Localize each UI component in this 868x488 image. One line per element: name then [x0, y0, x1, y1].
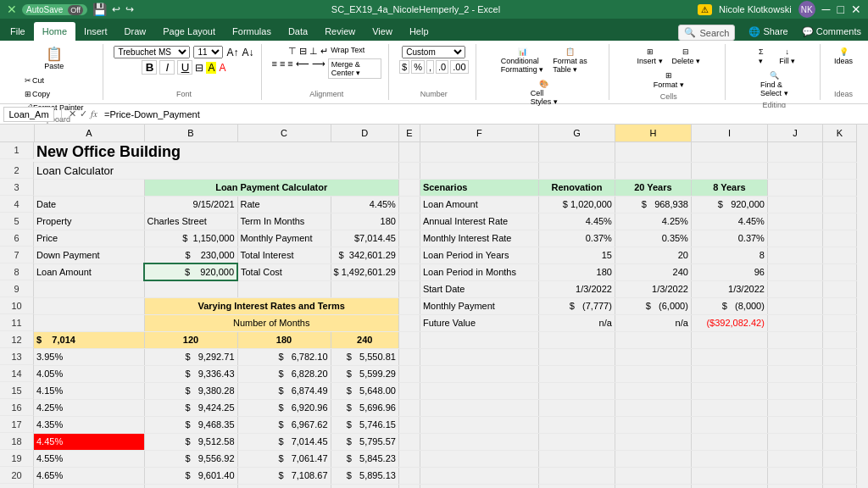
- cell-k12[interactable]: [822, 331, 856, 348]
- cell-g8[interactable]: 180: [538, 263, 615, 280]
- cell-j18[interactable]: [767, 433, 822, 450]
- cell-f6[interactable]: Monthly Interest Rate: [420, 230, 538, 247]
- cell-f17[interactable]: [420, 416, 538, 433]
- cell-h6[interactable]: 0.35%: [615, 230, 691, 247]
- cell-a16[interactable]: 4.25%: [34, 399, 144, 416]
- align-center-icon[interactable]: ≡: [280, 58, 285, 79]
- cell-e6[interactable]: [398, 230, 420, 247]
- cell-g6[interactable]: 0.37%: [538, 230, 615, 247]
- cell-a15[interactable]: 4.15%: [34, 382, 144, 399]
- cell-b14[interactable]: $ 9,336.43: [144, 365, 237, 382]
- cell-i1[interactable]: [691, 141, 767, 162]
- cell-k8[interactable]: [822, 263, 856, 280]
- cell-c15[interactable]: $ 6,874.49: [237, 382, 331, 399]
- insert-function-btn[interactable]: 𝑓𝑥: [91, 108, 97, 119]
- cell-e15[interactable]: [398, 382, 420, 399]
- cell-f12[interactable]: [420, 331, 538, 348]
- cell-g13[interactable]: [538, 348, 615, 365]
- cell-b16[interactable]: $ 9,424.25: [144, 399, 237, 416]
- share-btn[interactable]: 🌐 Share: [742, 23, 794, 41]
- cell-c8[interactable]: Total Cost: [237, 263, 331, 280]
- cell-c20[interactable]: $ 7,108.67: [237, 467, 331, 484]
- cell-j21[interactable]: [767, 484, 822, 488]
- cell-c6[interactable]: Monthly Payment: [237, 230, 331, 247]
- row-num-9[interactable]: 9: [0, 280, 34, 297]
- cell-j10[interactable]: [767, 297, 822, 314]
- cell-d21[interactable]: $ 5,945.26: [331, 484, 398, 488]
- cell-c4[interactable]: Rate: [237, 196, 331, 213]
- cell-h7[interactable]: 20: [615, 247, 691, 263]
- cell-k10[interactable]: [822, 297, 856, 314]
- italic-btn[interactable]: I: [159, 60, 175, 75]
- cell-b4[interactable]: 9/15/2021: [144, 196, 237, 213]
- cell-d4[interactable]: 4.45%: [331, 196, 398, 213]
- cell-j16[interactable]: [767, 399, 822, 416]
- row-num-20[interactable]: 20: [0, 467, 34, 484]
- number-format-select[interactable]: Custom: [402, 46, 465, 58]
- cell-a20[interactable]: 4.65%: [34, 467, 144, 484]
- tab-home[interactable]: Home: [34, 22, 75, 41]
- cell-e20[interactable]: [398, 467, 420, 484]
- cell-j5[interactable]: [767, 213, 822, 230]
- row-num-2[interactable]: 2: [0, 162, 34, 179]
- cell-j2[interactable]: [767, 162, 822, 179]
- cell-a5[interactable]: Property: [34, 213, 144, 230]
- cell-f19[interactable]: [420, 450, 538, 467]
- cell-g16[interactable]: [538, 399, 615, 416]
- cell-h11[interactable]: n/a: [615, 314, 691, 331]
- cell-j19[interactable]: [767, 450, 822, 467]
- cell-k13[interactable]: [822, 348, 856, 365]
- cell-i17[interactable]: [691, 416, 767, 433]
- cell-a6[interactable]: Price: [34, 230, 144, 247]
- cell-c12[interactable]: 180: [237, 331, 331, 348]
- cell-d8[interactable]: $ 1,492,601.29: [331, 263, 398, 280]
- row-num-21[interactable]: 21: [0, 484, 34, 488]
- cell-a8[interactable]: Loan Amount: [34, 263, 144, 280]
- cell-h4[interactable]: $ 968,938: [615, 196, 691, 213]
- cell-f16[interactable]: [420, 399, 538, 416]
- cell-b18[interactable]: $ 9,512.58: [144, 433, 237, 450]
- align-left-icon[interactable]: ≡: [272, 58, 277, 79]
- cell-h2[interactable]: [615, 162, 691, 179]
- cell-e10[interactable]: [398, 297, 420, 314]
- cell-f5[interactable]: Annual Interest Rate: [420, 213, 538, 230]
- cell-g14[interactable]: [538, 365, 615, 382]
- cell-h20[interactable]: [615, 467, 691, 484]
- row-num-19[interactable]: 19: [0, 450, 34, 467]
- row-num-13[interactable]: 13: [0, 348, 34, 365]
- col-header-h[interactable]: H: [615, 125, 691, 141]
- align-bottom-icon[interactable]: ⊥: [309, 46, 318, 57]
- merge-center-btn[interactable]: Merge & Center ▾: [328, 58, 381, 79]
- col-header-g[interactable]: G: [538, 125, 615, 141]
- cell-a4[interactable]: Date: [34, 196, 144, 213]
- font-size-select[interactable]: 11: [193, 46, 223, 58]
- comments-btn[interactable]: 💬 Comments: [795, 23, 868, 41]
- cell-j12[interactable]: [767, 331, 822, 348]
- paste-btn[interactable]: 📋 Paste: [41, 46, 67, 72]
- cell-e3[interactable]: [398, 179, 420, 196]
- row-num-3[interactable]: 3: [0, 179, 34, 196]
- cell-e14[interactable]: [398, 365, 420, 382]
- cell-h10[interactable]: $ (6,000): [615, 297, 691, 314]
- cell-a19[interactable]: 4.55%: [34, 450, 144, 467]
- cell-c14[interactable]: $ 6,828.20: [237, 365, 331, 382]
- cell-h19[interactable]: [615, 450, 691, 467]
- cell-k21[interactable]: [822, 484, 856, 488]
- cell-c17[interactable]: $ 6,967.62: [237, 416, 331, 433]
- cell-f13[interactable]: [420, 348, 538, 365]
- cell-g10[interactable]: $ (7,777): [538, 297, 615, 314]
- cell-j6[interactable]: [767, 230, 822, 247]
- conditional-formatting-btn[interactable]: 📊 ConditionalFormatting ▾: [498, 46, 548, 75]
- tab-insert[interactable]: Insert: [75, 22, 116, 41]
- cell-b17[interactable]: $ 9,468.35: [144, 416, 237, 433]
- underline-btn[interactable]: U: [177, 60, 192, 75]
- maximize-btn[interactable]: □: [837, 3, 844, 16]
- cell-f3[interactable]: Scenarios: [420, 179, 538, 196]
- cell-g18[interactable]: [538, 433, 615, 450]
- cell-a14[interactable]: 4.05%: [34, 365, 144, 382]
- cell-j20[interactable]: [767, 467, 822, 484]
- percent-icon[interactable]: %: [411, 60, 425, 74]
- border-icon[interactable]: ⊟: [195, 62, 203, 74]
- cell-b5[interactable]: Charles Street: [144, 213, 237, 230]
- formula-input[interactable]: [101, 108, 865, 121]
